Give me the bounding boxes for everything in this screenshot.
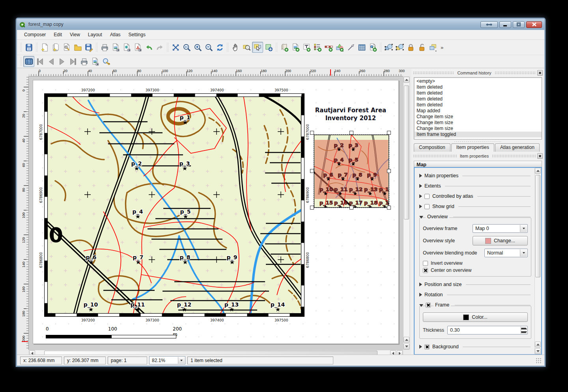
expander-icon[interactable] — [419, 293, 422, 297]
show-grid-checkbox[interactable] — [424, 204, 430, 209]
composition-title[interactable]: Rautjarvi Forest Area Inventory 2012 — [293, 106, 403, 122]
pan-tool-button[interactable] — [230, 42, 241, 53]
selection-handle[interactable] — [310, 131, 314, 135]
history-item[interactable]: Change item size — [414, 126, 542, 132]
add-shape-button[interactable] — [334, 42, 345, 53]
background-checkbox[interactable] — [424, 344, 430, 349]
menu-edit[interactable]: Edit — [50, 31, 66, 39]
zoom-level-combobox[interactable]: 82.1% — [149, 356, 185, 364]
history-item[interactable]: Item deleted — [414, 102, 542, 108]
controlled-by-atlas-checkbox[interactable] — [424, 194, 430, 199]
selection-handle[interactable] — [310, 169, 314, 173]
history-item[interactable]: Item deleted — [414, 90, 542, 96]
atlas-first-button[interactable] — [34, 56, 45, 67]
scroll-up-button[interactable] — [404, 337, 409, 343]
collapse-icon[interactable] — [419, 304, 423, 307]
overview-blend-combobox[interactable]: Normal — [484, 249, 528, 257]
toolbar-grip[interactable] — [226, 43, 229, 52]
add-html-button[interactable] — [367, 42, 378, 53]
raise-items-button[interactable] — [427, 42, 438, 53]
history-item[interactable]: Map added — [414, 108, 542, 114]
scrollbar-thumb[interactable] — [404, 85, 409, 219]
overview-frame-combobox[interactable]: Map 0 — [473, 224, 528, 233]
add-table-button[interactable] — [356, 42, 367, 53]
lock-items-button[interactable] — [405, 42, 416, 53]
menu-composer[interactable]: Composer — [20, 31, 50, 39]
add-label-button[interactable] — [301, 42, 312, 53]
selection-handle[interactable] — [387, 131, 391, 135]
history-item[interactable]: Change item size — [414, 114, 542, 120]
section-controlled-by-atlas[interactable]: Controlled by atlas — [419, 192, 532, 200]
save-project-button[interactable] — [23, 42, 34, 53]
scrollbar-thumb[interactable] — [535, 175, 540, 277]
toolbar-grip[interactable] — [95, 43, 98, 52]
zoom-out-button[interactable] — [203, 42, 214, 53]
section-overview[interactable]: Overview — [419, 213, 532, 221]
expander-icon[interactable] — [419, 282, 422, 286]
atlas-settings-button[interactable] — [101, 56, 112, 67]
selection-handle[interactable] — [387, 169, 391, 173]
zoom-actual-button[interactable] — [181, 42, 192, 53]
export-pdf-button[interactable] — [132, 42, 143, 53]
expander-icon[interactable] — [419, 194, 422, 198]
zoom-full-button[interactable] — [170, 42, 181, 53]
scroll-up-button[interactable] — [404, 77, 409, 83]
section-frame[interactable]: Frame — [419, 301, 532, 309]
expander-icon[interactable] — [419, 204, 422, 208]
add-legend-button[interactable] — [312, 42, 323, 53]
menu-view[interactable]: View — [66, 31, 84, 39]
scroll-down-button[interactable] — [404, 344, 409, 349]
window-resize-grip[interactable] — [536, 358, 541, 363]
spin-down-icon[interactable] — [521, 330, 527, 334]
section-background[interactable]: Background — [419, 343, 532, 351]
tab-composition[interactable]: Composition — [414, 143, 450, 152]
atlas-preview-button[interactable] — [23, 56, 34, 67]
duplicate-composition-button[interactable] — [50, 42, 61, 53]
thickness-spinbox[interactable]: 0.30 — [447, 326, 528, 334]
scroll-up-button[interactable] — [535, 168, 541, 174]
menu-layout[interactable]: Layout — [84, 31, 106, 39]
refresh-button[interactable] — [214, 42, 225, 53]
section-rotation[interactable]: Rotation — [419, 291, 532, 299]
map-item[interactable]: .0 — [44, 93, 305, 317]
item-properties-titlebar[interactable]: Item properties — [413, 152, 543, 159]
properties-scrollbar[interactable] — [534, 168, 541, 354]
print-button[interactable] — [99, 42, 110, 53]
add-image-button[interactable] — [290, 42, 301, 53]
composition-manager-button[interactable] — [61, 42, 72, 53]
close-icon[interactable] — [537, 70, 543, 76]
history-item[interactable]: <empty> — [414, 78, 542, 84]
save-template-button[interactable] — [83, 42, 94, 53]
toolbar-grip[interactable] — [379, 43, 382, 52]
command-history-titlebar[interactable]: Command history — [413, 69, 543, 76]
scroll-up-button[interactable] — [535, 342, 541, 347]
print-atlas-button[interactable] — [78, 56, 90, 67]
new-composition-button[interactable] — [39, 42, 50, 53]
selection-handle[interactable] — [387, 206, 391, 210]
atlas-prev-button[interactable] — [45, 56, 56, 67]
center-on-overview-checkbox[interactable] — [423, 268, 428, 273]
dock-splitter[interactable] — [454, 140, 502, 143]
toolbar-grip[interactable] — [36, 43, 38, 52]
undo-button[interactable] — [143, 42, 154, 53]
frame-color-button[interactable]: Color... — [423, 312, 528, 322]
composition-canvas[interactable]: 397200 397300 397400 397500 397200 39730… — [29, 76, 403, 350]
collapse-icon[interactable] — [419, 216, 423, 219]
atlas-next-button[interactable] — [56, 56, 67, 67]
select-move-item-button[interactable] — [252, 42, 263, 53]
expander-icon[interactable] — [419, 184, 422, 188]
selection-handle[interactable] — [310, 206, 314, 210]
section-extents[interactable]: Extents — [419, 182, 532, 190]
ungroup-items-button[interactable] — [394, 42, 405, 53]
command-history-list[interactable]: <empty> Item deleted Item deleted Item d… — [414, 77, 542, 139]
canvas-vertical-scrollbar[interactable] — [403, 76, 410, 350]
maximize-button[interactable] — [513, 21, 525, 28]
section-main-properties[interactable]: Main properties — [419, 172, 532, 180]
load-template-button[interactable] — [72, 42, 83, 53]
zoom-region-button[interactable] — [241, 42, 252, 53]
atlas-last-button[interactable] — [67, 56, 78, 67]
group-items-button[interactable] — [383, 42, 394, 53]
scroll-down-button[interactable] — [535, 348, 541, 354]
section-position-size[interactable]: Position and size — [419, 281, 532, 288]
close-icon[interactable] — [537, 153, 543, 159]
